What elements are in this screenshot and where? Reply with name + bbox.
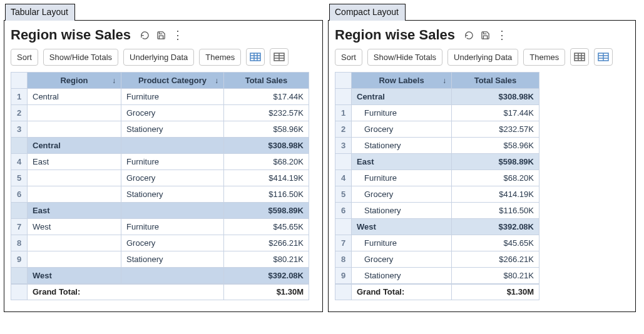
sort-button[interactable]: Sort [11, 49, 38, 66]
more-options-icon[interactable]: ⋮ [172, 29, 183, 41]
region-cell: East [28, 154, 121, 170]
table-row: 5Grocery$414.19K [335, 186, 539, 203]
value-cell: $68.20K [452, 170, 539, 186]
themes-button[interactable]: Themes [523, 49, 565, 66]
underlying-data-button[interactable]: Underlying Data [447, 49, 518, 66]
save-icon[interactable] [480, 29, 491, 41]
table-row: 2Grocery$232.57K [335, 121, 539, 138]
pivot-table-tabular: Region ↓ Product Category ↓ Total Sales … [11, 72, 309, 300]
table-row: 3Stationery$58.96K [335, 138, 539, 154]
col-header-product-category[interactable]: Product Category ↓ [121, 73, 224, 89]
refresh-icon[interactable] [464, 29, 475, 41]
table-row: 6Stationery$116.50K [335, 203, 539, 219]
sort-arrow-down-icon[interactable]: ↓ [112, 76, 116, 85]
value-cell: $414.19K [452, 186, 539, 203]
table-row: 8Grocery$266.21K [335, 251, 539, 268]
region-header-row[interactable]: East$598.89K [335, 154, 539, 170]
col-header-region[interactable]: Region ↓ [28, 73, 121, 89]
category-cell: Grocery [121, 235, 224, 251]
tab-compact-layout[interactable]: Compact Layout [329, 4, 406, 21]
row-number: 2 [335, 121, 352, 138]
region-header-row[interactable]: West$392.08K [335, 219, 539, 235]
row-number [11, 284, 28, 300]
subtotal-spacer [121, 138, 224, 154]
subtotal-label: East [28, 203, 121, 219]
table-row: 1Furniture$17.44K [335, 105, 539, 121]
sort-arrow-down-icon[interactable]: ↓ [442, 76, 446, 85]
subtotal-row: East$598.89K [11, 203, 309, 219]
region-cell [28, 186, 121, 203]
region-cell: West [28, 219, 121, 235]
sort-button[interactable]: Sort [335, 49, 362, 66]
row-number: 8 [11, 235, 28, 251]
tabular-view-icon[interactable] [570, 48, 589, 66]
col-header-total-sales-label: Total Sales [245, 76, 288, 85]
table-row: 2Grocery$232.57K [11, 105, 309, 121]
region-header-row[interactable]: Central$308.98K [335, 89, 539, 105]
table-row: 8Grocery$266.21K [11, 235, 309, 251]
category-cell: Furniture [352, 235, 452, 251]
value-cell: $232.57K [452, 121, 539, 138]
value-cell: $80.21K [224, 251, 309, 268]
row-number [11, 138, 28, 154]
subtotal-row: Central$308.98K [11, 138, 309, 154]
row-number: 5 [335, 186, 352, 203]
region-subtotal: $392.08K [452, 219, 539, 235]
sort-arrow-down-icon[interactable]: ↓ [215, 76, 218, 85]
compact-view-icon[interactable] [270, 48, 289, 66]
category-cell: Stationery [121, 121, 224, 138]
category-cell: Furniture [352, 105, 452, 121]
row-number: 3 [335, 138, 352, 154]
subtotal-value: $598.89K [224, 203, 309, 219]
table-row: 7WestFurniture$45.65K [11, 219, 309, 235]
category-cell: Furniture [121, 89, 224, 105]
table-row: 4EastFurniture$68.20K [11, 154, 309, 170]
save-icon[interactable] [156, 29, 167, 41]
col-header-total-sales[interactable]: Total Sales [452, 73, 539, 89]
corner-cell [11, 73, 28, 89]
row-number [335, 154, 352, 170]
grand-total-value: $1.30M [452, 284, 539, 300]
category-cell: Furniture [121, 219, 224, 235]
table-row: 5Grocery$414.19K [11, 170, 309, 186]
value-cell: $266.21K [452, 251, 539, 268]
col-header-total-sales-label: Total Sales [474, 76, 517, 85]
category-cell: Stationery [352, 203, 452, 219]
show-hide-totals-button[interactable]: Show/Hide Totals [367, 49, 442, 66]
region-cell [28, 235, 121, 251]
category-cell: Grocery [121, 105, 224, 121]
col-header-row-labels[interactable]: Row Labels ↓ [352, 73, 452, 89]
underlying-data-button[interactable]: Underlying Data [123, 49, 194, 66]
row-number: 9 [335, 268, 352, 284]
tab-tabular-layout[interactable]: Tabular Layout [5, 4, 75, 21]
value-cell: $45.65K [224, 219, 309, 235]
region-label: East [352, 154, 452, 170]
value-cell: $58.96K [224, 121, 309, 138]
row-number: 8 [335, 251, 352, 268]
grand-total-row: Grand Total:$1.30M [335, 284, 539, 300]
table-row: 3Stationery$58.96K [11, 121, 309, 138]
row-number: 1 [11, 89, 28, 105]
region-subtotal: $598.89K [452, 154, 539, 170]
table-row: 1CentralFurniture$17.44K [11, 89, 309, 105]
compact-view-icon[interactable] [594, 48, 613, 66]
table-row: 9Stationery$80.21K [11, 251, 309, 268]
category-cell: Furniture [352, 170, 452, 186]
category-cell: Stationery [352, 268, 452, 284]
value-cell: $80.21K [452, 268, 539, 284]
row-number [11, 268, 28, 284]
tabular-view-icon[interactable] [246, 48, 265, 66]
themes-button[interactable]: Themes [199, 49, 241, 66]
region-label: Central [352, 89, 452, 105]
table-row: 9Stationery$80.21K [335, 268, 539, 284]
region-label: West [352, 219, 452, 235]
refresh-icon[interactable] [140, 29, 151, 41]
col-header-total-sales[interactable]: Total Sales [224, 73, 309, 89]
show-hide-totals-button[interactable]: Show/Hide Totals [43, 49, 118, 66]
grand-total-label: Grand Total: [352, 284, 452, 300]
region-cell [28, 105, 121, 121]
col-header-row-labels-label: Row Labels [379, 76, 424, 85]
more-options-icon[interactable]: ⋮ [496, 29, 508, 41]
row-number [11, 203, 28, 219]
row-number: 6 [11, 186, 28, 203]
